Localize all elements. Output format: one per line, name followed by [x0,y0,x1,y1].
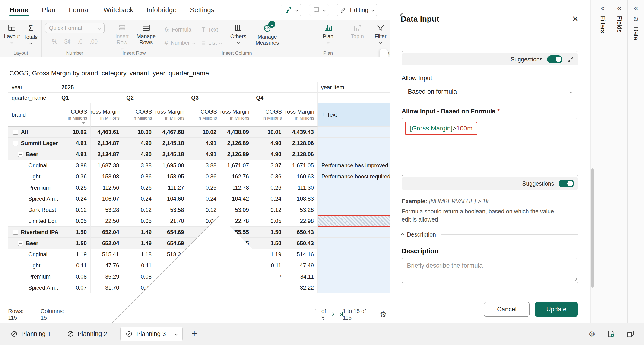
close-icon[interactable] [572,14,578,24]
row-label-cell[interactable]: Premium [8,271,58,282]
value-cell[interactable]: 2,145.18 [156,149,188,160]
value-cell[interactable]: 4.91 [58,149,90,160]
value-cell[interactable]: 0.11 [58,260,90,271]
value-cell[interactable]: 2,128.06 [285,149,318,160]
value-cell[interactable]: 160.63 [285,171,318,182]
row-label-cell[interactable]: Light [8,171,58,182]
totals-button[interactable]: Totals [22,22,39,46]
value-cell[interactable]: 1,671.05 [285,160,318,171]
value-cell[interactable]: 0.12 [58,204,90,216]
year-item-cell[interactable] [318,204,390,216]
value-cell[interactable]: 4.91 [58,138,90,149]
increase-decimal-icon[interactable] [90,38,98,45]
year-item-cell[interactable] [318,138,390,149]
value-cell[interactable]: 1.50 [253,238,285,249]
value-cell[interactable]: 53.28 [285,204,318,216]
value-cell[interactable]: 10.02 [188,126,220,138]
value-cell[interactable]: 652.04 [90,238,123,249]
value-cell[interactable]: 2,126.89 [220,149,253,160]
text-column-header[interactable]: T Text [318,103,390,126]
quarter-q4-cell[interactable]: Q4 [253,93,318,103]
sheet-tab-planning-1[interactable]: Planning 1 [3,323,59,345]
header-cogs-q4[interactable]: COGS in Millions [253,103,285,126]
others-button[interactable]: Others [226,22,250,45]
value-cell[interactable]: 10.00 [123,126,156,138]
value-cell[interactable]: 1.50 [58,226,90,238]
collapse-icon[interactable] [13,130,18,134]
header-cogs-q1[interactable]: COGS in Millions [58,103,90,126]
currency-format-icon[interactable] [64,38,71,45]
comments-dropdown[interactable] [309,4,329,16]
collapse-icon[interactable] [13,141,18,146]
quarter-q2-cell[interactable]: Q2 [123,93,188,103]
panel-scrollbar[interactable] [590,0,594,322]
quarter-q1-cell[interactable]: Q1 [58,93,123,103]
value-cell[interactable]: 106.07 [90,193,123,204]
value-cell[interactable]: 47.76 [90,260,123,271]
last-page-button[interactable] [339,312,343,316]
panel-scrollbar-thumb[interactable] [592,168,594,288]
rail-tab-filters[interactable]: Filters [594,0,611,322]
row-label-cell[interactable]: Riverbend IPA [8,226,58,238]
rail-tab-fields[interactable]: Fields [611,0,628,322]
cancel-button[interactable]: Cancel [484,302,530,316]
value-cell[interactable]: 4.90 [123,149,156,160]
value-cell[interactable]: 650.43 [285,226,318,238]
menu-writeback[interactable]: Writeback [103,2,134,18]
value-cell[interactable]: 1.18 [123,249,156,260]
value-cell[interactable]: 1.49 [123,226,156,238]
value-cell[interactable]: 0.08 [123,271,156,282]
value-cell[interactable]: 1,671.07 [220,160,253,171]
plan-button[interactable]: Plan [317,22,339,45]
menu-format[interactable]: Format [68,2,90,18]
value-cell[interactable]: 0.26 [253,182,285,193]
year-item-cell[interactable] [318,238,390,249]
year-item-cell[interactable] [318,216,390,226]
suggestions-toggle[interactable] [559,180,574,188]
value-cell[interactable]: 21.70 [156,216,188,226]
value-cell[interactable]: 3.88 [188,160,220,171]
year-item-cell[interactable] [318,149,390,160]
value-cell[interactable]: 22.98 [285,216,318,226]
value-cell[interactable]: 22.50 [90,216,123,226]
row-label-cell[interactable]: Spiced Am… [8,282,58,293]
value-cell[interactable]: 0.24 [188,193,220,204]
year-item-cell[interactable] [318,271,390,282]
year-item-cell[interactable] [318,249,390,260]
value-cell[interactable]: 35.29 [90,271,123,282]
value-cell[interactable]: 112.78 [220,182,253,193]
quarter-q3-cell[interactable]: Q3 [188,93,253,103]
next-page-button[interactable] [331,313,334,316]
row-label-cell[interactable]: Summit Lager [8,138,58,149]
value-cell[interactable]: 1.19 [58,249,90,260]
header-gm-q1[interactable]: Gross Margin in Millions [90,103,123,126]
value-cell[interactable]: 47.49 [285,260,318,271]
value-cell[interactable]: 4.90 [253,149,285,160]
row-label-cell[interactable]: Original [8,249,58,260]
header-cogs-q3[interactable]: COGS in Millions [188,103,220,126]
collapse-panel-icon[interactable] [600,4,604,12]
header-cogs-q2[interactable]: COGS in Millions [123,103,156,126]
value-cell[interactable]: 0.24 [253,193,285,204]
collapse-panel-icon[interactable] [617,4,621,12]
settings-gear-icon[interactable] [588,330,595,338]
value-cell[interactable]: 104.60 [156,193,188,204]
collapse-panel-icon[interactable] [634,4,638,12]
value-cell[interactable]: 53.28 [90,204,123,216]
value-cell[interactable]: 4.90 [253,138,285,149]
value-cell[interactable]: 4,439.43 [285,126,318,138]
row-label-cell[interactable]: All [8,126,58,138]
header-gm-q3[interactable]: Gross Margin in Millions [220,103,253,126]
value-cell[interactable]: 0.24 [58,193,90,204]
value-cell[interactable]: 111.27 [156,182,188,193]
value-cell[interactable]: 104.42 [220,193,253,204]
value-cell[interactable]: 2,134.87 [90,149,123,160]
sheet-tab-planning-2[interactable]: Planning 2 [59,323,115,345]
year-item-cell[interactable]: Performance boost required [318,171,390,182]
layout-button[interactable]: Layout [2,22,21,46]
year-item-header[interactable]: year Item [318,82,390,93]
description-section-header[interactable]: Description [402,231,578,238]
collapse-icon[interactable] [18,241,23,246]
value-cell[interactable]: 4.90 [123,138,156,149]
editing-mode-dropdown[interactable]: Editing [337,4,377,16]
